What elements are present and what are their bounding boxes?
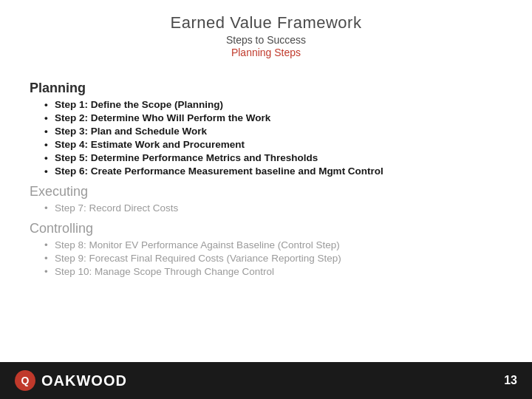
list-item: Step 5: Determine Performance Metrics an… xyxy=(44,152,502,163)
list-item: Step 6: Create Performance Measurement b… xyxy=(44,166,502,177)
content-area: Planning Step 1: Define the Scope (Plann… xyxy=(0,66,532,362)
list-item: Step 9: Forecast Final Required Costs (V… xyxy=(44,253,502,264)
list-item: Step 1: Define the Scope (Planning) xyxy=(44,99,502,110)
controlling-steps-list: Step 8: Monitor EV Performance Against B… xyxy=(30,239,502,277)
list-item: Step 7: Record Direct Costs xyxy=(44,202,502,214)
planning-heading: Planning xyxy=(30,81,502,96)
executing-steps-list: Step 7: Record Direct Costs xyxy=(30,202,502,214)
main-title: Earned Value Framework xyxy=(15,13,517,33)
list-item: Step 3: Plan and Schedule Work xyxy=(44,126,502,137)
list-item: Step 4: Estimate Work and Procurement xyxy=(44,139,502,150)
planning-steps-list: Step 1: Define the Scope (Planning) Step… xyxy=(30,99,502,177)
slide: Earned Value Framework Steps to Success … xyxy=(0,0,532,399)
executing-heading: Executing xyxy=(30,184,502,200)
list-item: Step 10: Manage Scope Through Change Con… xyxy=(44,266,502,277)
list-item: Step 2: Determine Who Will Perform the W… xyxy=(44,112,502,123)
logo-text: OAKWOOD xyxy=(41,372,127,389)
logo-area: Q OAKWOOD xyxy=(15,370,127,391)
list-item: Step 8: Monitor EV Performance Against B… xyxy=(44,239,502,250)
planning-steps-title: Planning Steps xyxy=(15,47,517,58)
subtitle: Steps to Success xyxy=(15,34,517,46)
controlling-heading: Controlling xyxy=(30,221,502,236)
header: Earned Value Framework Steps to Success … xyxy=(0,0,532,66)
footer: Q OAKWOOD 13 xyxy=(0,362,532,399)
page-number: 13 xyxy=(504,374,517,387)
logo-icon: Q xyxy=(15,370,35,391)
